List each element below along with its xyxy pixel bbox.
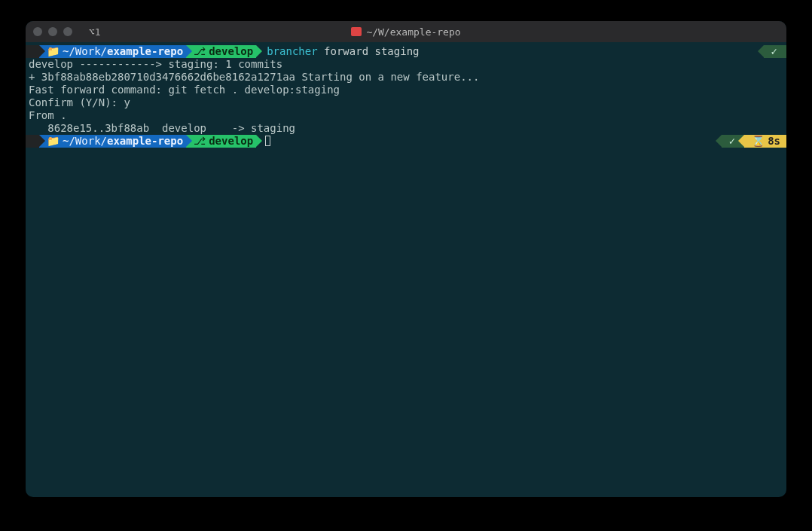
command-input[interactable]: brancher forward staging bbox=[256, 45, 419, 58]
output-line: + 3bf88ab88eb280710d3476662d6be8162a1271… bbox=[26, 71, 786, 84]
command-args: forward staging bbox=[324, 45, 419, 57]
terminal-window: ⌥1 ~/W/example-repo 📁 ~/Work/example-rep… bbox=[26, 21, 786, 497]
output-line: develop ------------> staging: 1 commits bbox=[26, 58, 786, 71]
folder-icon: 📁 bbox=[47, 45, 60, 58]
output-line: Fast forward command: git fetch . develo… bbox=[26, 84, 786, 96]
folder-icon: 📁 bbox=[47, 135, 60, 148]
minimize-button[interactable] bbox=[48, 27, 57, 36]
path-repo: example-repo bbox=[107, 45, 183, 58]
os-segment bbox=[26, 45, 39, 58]
prompt-line: 📁 ~/Work/example-repo ⎇ develop brancher… bbox=[26, 45, 786, 58]
output-line: From . bbox=[26, 109, 786, 122]
window-title: ~/W/example-repo bbox=[26, 26, 786, 38]
git-branch-icon: ⎇ bbox=[194, 45, 206, 58]
close-button[interactable] bbox=[33, 27, 42, 36]
duration-segment: ⌛ 8s bbox=[744, 135, 786, 148]
path-prefix: ~/Work/ bbox=[63, 45, 107, 58]
tab-indicator: ⌥1 bbox=[89, 26, 101, 38]
command-name: brancher bbox=[267, 45, 317, 57]
cursor[interactable] bbox=[265, 136, 270, 146]
check-icon: ✓ bbox=[771, 45, 777, 58]
duration-text: 8s bbox=[768, 135, 780, 148]
output-line: Confirm (Y/N): y bbox=[26, 96, 786, 109]
prompt-line: 📁 ~/Work/example-repo ⎇ develop ✓ ⌛ 8s bbox=[26, 135, 786, 148]
zoom-button[interactable] bbox=[63, 27, 72, 36]
check-icon: ✓ bbox=[729, 135, 735, 148]
os-segment bbox=[26, 135, 39, 148]
git-branch-segment: ⎇ develop bbox=[186, 45, 256, 58]
git-branch-segment: ⎇ develop bbox=[186, 135, 256, 148]
path-repo: example-repo bbox=[107, 135, 183, 148]
path-segment: 📁 ~/Work/example-repo bbox=[39, 135, 186, 148]
output-line: 8628e15..3bf88ab develop -> staging bbox=[26, 122, 786, 135]
traffic-lights bbox=[33, 27, 72, 36]
folder-icon bbox=[351, 27, 362, 36]
branch-name: develop bbox=[209, 135, 253, 148]
terminal-body[interactable]: 📁 ~/Work/example-repo ⎇ develop brancher… bbox=[26, 42, 786, 497]
titlebar[interactable]: ⌥1 ~/W/example-repo bbox=[26, 21, 786, 42]
path-segment: 📁 ~/Work/example-repo bbox=[39, 45, 186, 58]
path-prefix: ~/Work/ bbox=[63, 135, 107, 148]
git-branch-icon: ⎇ bbox=[194, 135, 206, 148]
status-ok-segment: ✓ bbox=[764, 45, 786, 58]
window-title-text: ~/W/example-repo bbox=[366, 26, 460, 38]
hourglass-icon: ⌛ bbox=[752, 135, 765, 148]
branch-name: develop bbox=[209, 45, 253, 58]
